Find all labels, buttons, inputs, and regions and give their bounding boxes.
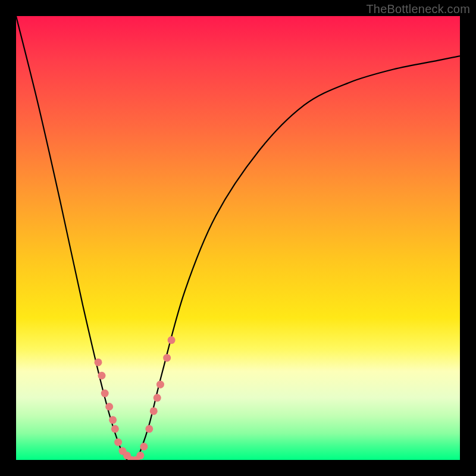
highlight-dot	[101, 390, 109, 397]
watermark-text: TheBottleneck.com	[366, 2, 470, 16]
highlight-dots-group	[95, 336, 176, 460]
highlight-dot	[95, 358, 102, 366]
bottleneck-curve	[16, 16, 460, 460]
highlight-dot	[163, 354, 171, 362]
highlight-dot	[114, 439, 122, 446]
highlight-dot	[98, 372, 105, 380]
highlight-dot	[154, 394, 161, 402]
highlight-dot	[111, 425, 119, 433]
highlight-dot	[156, 381, 164, 389]
highlight-dot	[105, 403, 113, 411]
bottleneck-curve-svg	[16, 16, 460, 460]
highlight-dot	[140, 443, 148, 450]
chart-area	[16, 16, 460, 460]
highlight-dot	[109, 416, 117, 424]
highlight-dot	[136, 452, 144, 459]
highlight-dot	[145, 425, 153, 433]
highlight-dot	[168, 336, 176, 344]
highlight-dot	[150, 407, 158, 415]
